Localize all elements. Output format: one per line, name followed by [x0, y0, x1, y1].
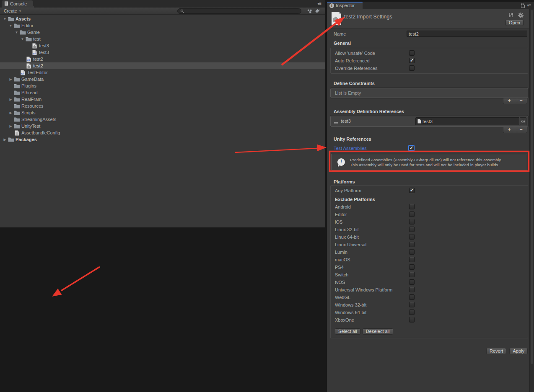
folder-icon [8, 16, 14, 22]
platform-checkbox[interactable] [409, 317, 415, 322]
platform-checkbox[interactable] [409, 249, 415, 255]
platform-checkbox[interactable] [409, 211, 415, 217]
open-button[interactable]: Open [505, 20, 524, 26]
foldout-down-icon[interactable]: ▼ [14, 31, 19, 34]
remove-button[interactable]: − [515, 127, 527, 133]
platform-label: Windows 64-bit [335, 310, 366, 315]
platform-checkbox[interactable] [409, 279, 415, 285]
pane-menu-icon[interactable]: ▾≡ [317, 1, 321, 6]
platform-row: tvOS [331, 279, 528, 286]
revert-button[interactable]: Revert [486, 348, 506, 354]
platform-label: Universal Windows Platform [335, 287, 393, 292]
platform-checkbox[interactable] [409, 302, 415, 307]
folder-icon [19, 29, 26, 35]
foldout-right-icon[interactable]: ▶ [8, 124, 13, 128]
project-tree-row[interactable]: StreamingAssets [0, 116, 325, 123]
test-assemblies-checkbox[interactable] [409, 145, 414, 151]
tab-console[interactable]: Console [2, 0, 33, 7]
object-picker-icon[interactable] [520, 117, 526, 125]
project-tree-row[interactable]: ▼Assets [0, 15, 325, 22]
project-tree-row[interactable]: Resources [0, 103, 325, 109]
project-tree-row[interactable]: ▶Packages [0, 136, 325, 143]
add-button[interactable]: + [503, 98, 515, 104]
project-tree-row[interactable]: ▶GameData [0, 76, 325, 83]
apply-button[interactable]: Apply [509, 348, 528, 354]
deselect-all-button[interactable]: Deselect all [363, 328, 393, 335]
platform-checkbox[interactable] [409, 287, 415, 292]
folder-icon [13, 110, 20, 116]
presets-icon[interactable] [508, 13, 514, 18]
project-tree-row[interactable]: ▼test [0, 36, 325, 42]
foldout-right-icon[interactable]: ▶ [2, 138, 8, 142]
drag-handle-icon[interactable] [334, 120, 338, 125]
search-by-type-icon[interactable] [307, 9, 312, 13]
foldout-right-icon[interactable]: ▶ [8, 98, 13, 101]
project-tree-row[interactable]: Pthread [0, 89, 325, 96]
folder-icon [13, 83, 20, 89]
platform-checkbox[interactable] [409, 234, 415, 240]
project-tree-label: Pthread [21, 90, 38, 95]
tab-inspector[interactable]: i Inspector [327, 2, 363, 9]
name-field[interactable]: test2 [407, 31, 527, 37]
platform-row: WebGL [331, 294, 528, 301]
general-row-checkbox[interactable] [409, 65, 415, 71]
unity-refs-heading: Unity References [334, 137, 371, 142]
asm-ref-object-field[interactable]: test3 [415, 117, 519, 125]
project-tree-row[interactable]: c#test3 [0, 49, 325, 56]
foldout-down-icon[interactable]: ▼ [8, 24, 13, 28]
annotation-arrow-to-test2 [61, 267, 100, 291]
foldout-down-icon[interactable]: ▼ [2, 17, 8, 21]
search-by-label-icon[interactable] [315, 8, 320, 13]
inspector-scrollbar[interactable] [529, 9, 534, 392]
chevron-down-icon: ▼ [19, 10, 22, 13]
project-search-input[interactable] [177, 8, 301, 14]
platform-label: Lumin [335, 250, 347, 255]
project-tree-row[interactable]: ▶RealFram [0, 96, 325, 103]
warning-icon [337, 158, 345, 166]
platform-checkbox[interactable] [409, 257, 415, 262]
project-tree-row[interactable]: test3 [0, 42, 325, 49]
asmdef-asset-icon [331, 11, 342, 26]
project-tree-row[interactable]: c#test2 [0, 56, 325, 62]
platform-checkbox[interactable] [409, 204, 415, 209]
project-tree-row[interactable]: c#TestEditor [0, 69, 325, 76]
project-tree-row[interactable]: ▶UnityTest [0, 123, 325, 129]
platform-label: Editor [335, 212, 347, 217]
csharp-icon: c# [31, 49, 38, 55]
gear-icon[interactable] [518, 13, 524, 19]
svg-text:c#: c# [27, 58, 30, 61]
project-tree-label: UnityTest [21, 124, 40, 129]
pane-menu-icon[interactable]: ▾≡ [527, 3, 531, 8]
any-platform-checkbox[interactable] [409, 188, 415, 193]
foldout-down-icon[interactable]: ▼ [20, 37, 25, 41]
project-create-button[interactable]: Create▼ [2, 8, 23, 14]
foldout-right-icon[interactable]: ▶ [8, 111, 13, 115]
select-all-button[interactable]: Select all [335, 328, 360, 335]
project-tree-row[interactable]: ▼Editor [0, 22, 325, 29]
test-assemblies-label: Test Assemblies [334, 146, 367, 151]
add-button[interactable]: + [503, 127, 515, 133]
platform-checkbox[interactable] [409, 309, 415, 315]
project-tree-row[interactable]: Plugins [0, 83, 325, 89]
platform-checkbox[interactable] [409, 264, 415, 270]
foldout-right-icon[interactable]: ▶ [8, 77, 13, 81]
project-tree-row[interactable]: test2 [0, 62, 325, 69]
general-row-checkbox[interactable] [409, 50, 415, 56]
project-panel: Project ▾≡ Create▼ ▼Assets▼Editor▼Game▼t… [0, 0, 325, 156]
project-tree-row[interactable]: AssetbundleConfig [0, 129, 325, 136]
platform-checkbox[interactable] [409, 227, 415, 232]
platform-checkbox[interactable] [409, 272, 415, 277]
remove-button[interactable]: − [515, 98, 527, 104]
folder-icon [13, 116, 20, 122]
platform-checkbox[interactable] [409, 242, 415, 247]
lock-icon[interactable] [521, 5, 525, 8]
folder-icon [13, 90, 20, 95]
platform-label: Windows 32-bit [335, 302, 366, 307]
any-platform-label: Any Platform [335, 188, 361, 193]
project-tree-row[interactable]: ▶Scripts [0, 109, 325, 116]
platform-checkbox[interactable] [409, 219, 415, 224]
project-tree-row[interactable]: ▼Game [0, 29, 325, 36]
general-row-checkbox[interactable] [409, 58, 415, 63]
project-tree-label: test3 [39, 43, 49, 48]
platform-checkbox[interactable] [409, 294, 415, 300]
